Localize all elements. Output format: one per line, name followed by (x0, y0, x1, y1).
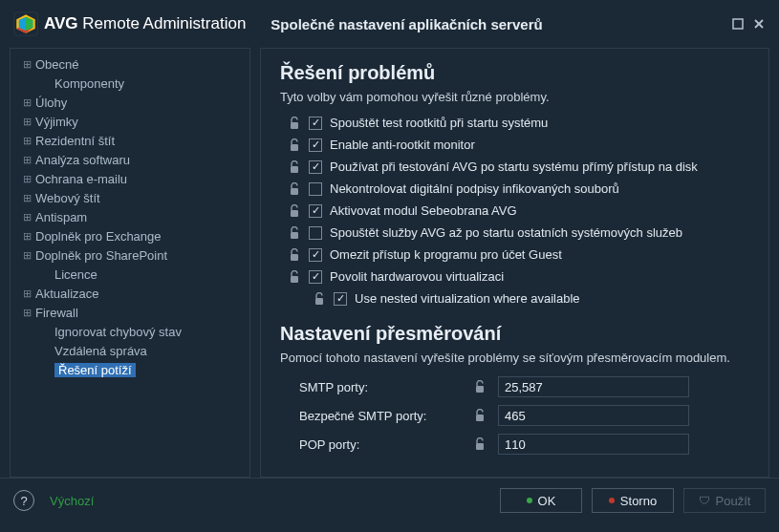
sidebar-item[interactable]: Řešení potíží (11, 360, 249, 379)
main-scroll[interactable]: Řešení problémů Tyto volby vám pomohou v… (261, 49, 768, 477)
ok-button[interactable]: OK (500, 488, 582, 513)
svg-rect-8 (291, 122, 298, 129)
option-row: Spouštět test rootkitů při startu systém… (280, 112, 746, 134)
port-row: SMTP porty: (280, 372, 746, 401)
port-label: POP porty: (299, 437, 462, 452)
lock-icon[interactable] (473, 437, 487, 451)
sidebar-item-label: Firewall (35, 306, 78, 320)
expand-icon: ⊞ (20, 249, 33, 262)
sidebar-item[interactable]: ⊞Firewall (11, 303, 249, 322)
port-label: Bezpečné SMTP porty: (299, 409, 462, 423)
cancel-indicator-icon (609, 498, 615, 503)
sidebar-item[interactable]: ⊞Doplněk pro SharePoint (11, 245, 249, 265)
option-checkbox[interactable] (309, 117, 322, 130)
option-checkbox[interactable] (309, 138, 322, 152)
sidebar[interactable]: ⊞ObecnéKomponenty⊞Úlohy⊞Výjimky⊞Rezident… (10, 48, 250, 478)
option-row: Use nested virtualization where availabl… (280, 287, 746, 309)
expand-icon: ⊞ (20, 154, 33, 166)
lock-icon[interactable] (288, 182, 301, 196)
port-input[interactable] (498, 376, 689, 397)
expand-icon: ⊞ (20, 58, 33, 71)
lock-icon[interactable] (288, 270, 301, 284)
option-label: Nekontrolovat digitální podpisy infikova… (330, 181, 619, 196)
lock-icon[interactable] (288, 226, 301, 240)
cancel-button[interactable]: Storno (592, 488, 674, 513)
footer: ? Výchozí OK Storno 🛡Použít (0, 478, 779, 522)
sidebar-item[interactable]: ⊞Aktualizace (11, 284, 249, 303)
section-title-redirect: Nastavení přesměrování (280, 323, 746, 345)
restore-defaults-link[interactable]: Výchozí (50, 494, 94, 508)
sidebar-item[interactable]: ⊞Obecné (11, 54, 249, 74)
sidebar-item-label: Úlohy (35, 96, 67, 110)
sidebar-item[interactable]: Ignorovat chybový stav (11, 322, 249, 341)
svg-rect-17 (476, 386, 484, 393)
sidebar-item[interactable]: ⊞Doplněk pro Exchange (11, 226, 249, 245)
option-checkbox[interactable] (309, 204, 322, 218)
help-button[interactable]: ? (13, 490, 34, 511)
option-row: Enable anti-rootkit monitor (280, 134, 746, 156)
sidebar-item-label: Rezidentní štít (35, 134, 115, 148)
shield-icon: 🛡 (699, 494, 710, 507)
port-input[interactable] (498, 434, 689, 455)
app-logo: AVG Remote Administration (13, 11, 246, 36)
port-input[interactable] (498, 405, 689, 426)
option-label: Spouštět služby AVG až po startu ostatní… (330, 225, 682, 240)
sidebar-item-label: Obecné (35, 57, 79, 72)
expand-icon: ⊞ (20, 96, 33, 109)
option-row: Používat při testování AVG po startu sys… (280, 156, 746, 178)
sidebar-item[interactable]: ⊞Výjimky (11, 112, 249, 131)
lock-icon[interactable] (288, 248, 301, 262)
lock-icon[interactable] (473, 380, 487, 394)
close-button[interactable] (752, 17, 766, 31)
app-title: AVG Remote Administration (44, 14, 246, 33)
expand-icon: ⊞ (20, 173, 33, 185)
option-label: Use nested virtualization where availabl… (355, 291, 580, 306)
section-hint-troubleshoot: Tyto volby vám pomohou vyřešit různé pro… (280, 90, 746, 104)
sidebar-item-label: Webový štít (35, 191, 100, 205)
option-checkbox[interactable] (309, 160, 322, 174)
option-row: Omezit přístup k programu pro účet Guest (280, 244, 746, 266)
option-label: Aktivovat modul Sebeobrana AVG (330, 203, 517, 218)
option-checkbox[interactable] (334, 292, 347, 306)
svg-rect-13 (291, 232, 298, 239)
lock-icon[interactable] (313, 292, 326, 306)
option-checkbox[interactable] (309, 226, 322, 240)
lock-icon[interactable] (288, 204, 301, 218)
sidebar-item[interactable]: ⊞Úlohy (11, 93, 249, 112)
option-checkbox[interactable] (309, 270, 322, 284)
sidebar-item[interactable]: ⊞Analýza softwaru (11, 150, 249, 169)
option-label: Povolit hardwarovou virtualizaci (330, 269, 504, 284)
svg-rect-5 (733, 19, 743, 29)
sidebar-item-label: Licence (54, 267, 97, 282)
sidebar-item[interactable]: ⊞Antispam (11, 207, 249, 226)
svg-rect-18 (476, 415, 484, 421)
lock-icon[interactable] (473, 409, 487, 422)
lock-icon[interactable] (288, 117, 301, 130)
svg-rect-12 (291, 210, 298, 217)
titlebar: AVG Remote Administration Společné nasta… (0, 0, 779, 48)
sidebar-item[interactable]: ⊞Webový štít (11, 188, 249, 207)
apply-button[interactable]: 🛡Použít (683, 488, 766, 513)
svg-rect-19 (476, 443, 484, 450)
sidebar-item[interactable]: Vzdálená správa (11, 341, 249, 360)
sidebar-item[interactable]: ⊞Ochrana e-mailu (11, 169, 249, 188)
expand-icon: ⊞ (20, 287, 33, 300)
sidebar-item[interactable]: Licence (11, 265, 249, 284)
option-checkbox[interactable] (309, 248, 322, 262)
sidebar-item[interactable]: ⊞Rezidentní štít (11, 131, 249, 150)
sidebar-item-label: Komponenty (54, 76, 124, 91)
minimize-button[interactable] (731, 17, 745, 31)
port-row: POP porty: (280, 430, 746, 458)
sidebar-item-label: Antispam (35, 210, 87, 224)
option-label: Spouštět test rootkitů při startu systém… (330, 116, 548, 130)
option-row: Spouštět služby AVG až po startu ostatní… (280, 222, 746, 244)
svg-rect-9 (291, 144, 298, 151)
port-label: SMTP porty: (299, 380, 462, 394)
lock-icon[interactable] (288, 160, 301, 174)
sidebar-item[interactable]: Komponenty (11, 74, 249, 93)
option-checkbox[interactable] (309, 182, 322, 196)
lock-icon[interactable] (288, 138, 301, 152)
ok-indicator-icon (527, 498, 532, 503)
port-row: Bezpečné SMTP porty: (280, 401, 746, 430)
option-label: Používat při testování AVG po startu sys… (330, 160, 698, 174)
